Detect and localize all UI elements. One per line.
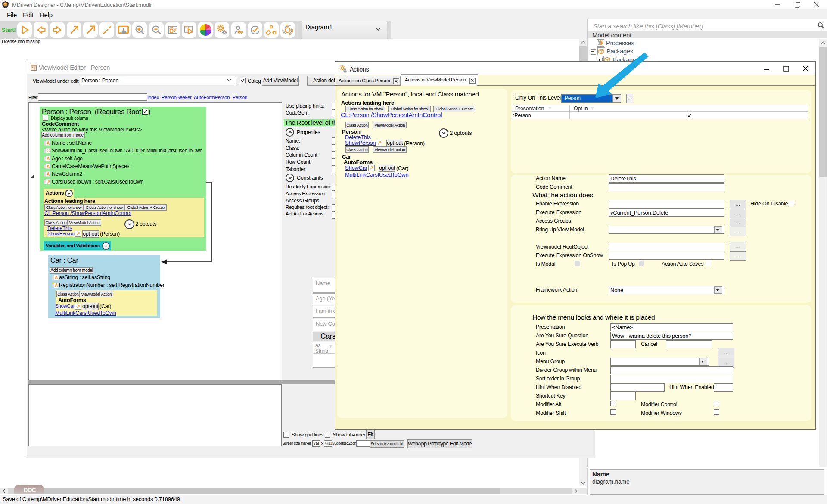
svg-text:A: A — [55, 283, 58, 288]
svg-text:A: A — [47, 172, 50, 177]
svg-text:A: A — [47, 141, 50, 146]
svg-text:A: A — [55, 275, 58, 280]
svg-text:A: A — [47, 156, 50, 161]
svg-text:A: A — [47, 164, 50, 169]
